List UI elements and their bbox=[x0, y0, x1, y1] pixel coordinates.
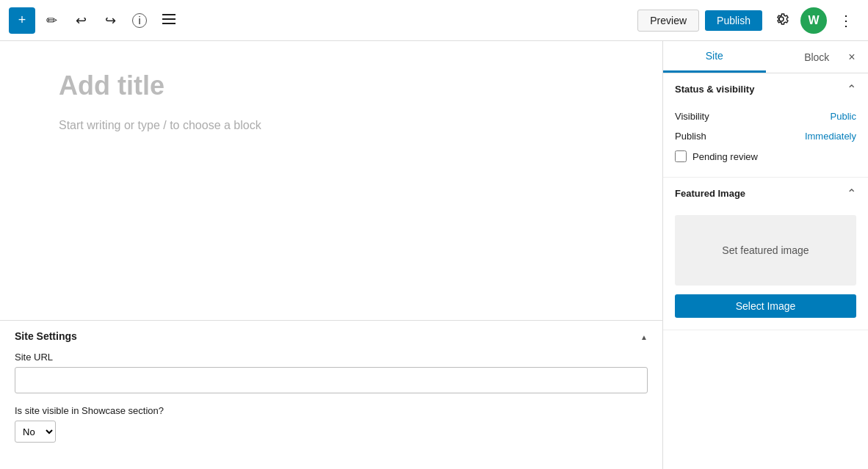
site-url-group: Site URL bbox=[15, 352, 648, 393]
info-button[interactable]: i bbox=[126, 7, 153, 34]
more-options-button[interactable]: ⋮ bbox=[833, 7, 859, 34]
pending-review-checkbox[interactable] bbox=[675, 150, 687, 162]
tools-button[interactable]: ✏ bbox=[38, 7, 65, 34]
toolbar: + ✏ ↩ ↪ i Preview Publish W ⋮ bbox=[0, 0, 868, 41]
site-settings-title: Site Settings bbox=[15, 330, 77, 342]
showcase-group: Is site visible in Showcase section? No … bbox=[15, 405, 648, 443]
pencil-icon: ✏ bbox=[46, 12, 57, 29]
editor-area[interactable]: Add title Start writing or type / to cho… bbox=[0, 41, 662, 161]
featured-image-collapse-icon: ⌃ bbox=[847, 186, 856, 200]
site-settings-header[interactable]: Site Settings bbox=[15, 330, 648, 343]
featured-image-body: Set featured image Select Image bbox=[663, 209, 868, 330]
svg-rect-1 bbox=[162, 18, 176, 20]
showcase-label: Is site visible in Showcase section? bbox=[15, 405, 648, 416]
site-url-label: Site URL bbox=[15, 352, 648, 363]
plus-icon: + bbox=[18, 12, 26, 28]
info-icon: i bbox=[132, 13, 147, 28]
site-url-input[interactable] bbox=[15, 367, 648, 393]
preview-button[interactable]: Preview bbox=[637, 10, 699, 32]
showcase-select[interactable]: No Yes bbox=[15, 421, 56, 443]
status-collapse-icon: ⌃ bbox=[847, 82, 856, 96]
wp-icon: W bbox=[800, 7, 827, 34]
visibility-value[interactable]: Public bbox=[831, 111, 856, 122]
svg-rect-2 bbox=[162, 23, 176, 24]
tab-site[interactable]: Site bbox=[663, 41, 766, 73]
set-featured-image-text: Set featured image bbox=[722, 244, 809, 256]
sidebar-tabs: Site Block × bbox=[663, 41, 868, 73]
more-icon: ⋮ bbox=[839, 12, 853, 29]
undo-button[interactable]: ↩ bbox=[68, 7, 94, 34]
svg-rect-0 bbox=[162, 14, 176, 15]
close-icon: × bbox=[848, 51, 855, 64]
publish-value[interactable]: Immediately bbox=[805, 131, 856, 142]
sidebar: Site Block × Status & visibility ⌃ Visib… bbox=[662, 41, 868, 469]
list-view-button[interactable] bbox=[156, 7, 182, 34]
publish-row: Publish Immediately bbox=[675, 131, 856, 142]
status-visibility-section: Status & visibility ⌃ Visibility Public … bbox=[663, 73, 868, 178]
toolbar-right: Preview Publish W ⋮ bbox=[637, 7, 859, 34]
main-layout: Add title Start writing or type / to cho… bbox=[0, 41, 868, 469]
visibility-row: Visibility Public bbox=[675, 111, 856, 122]
publish-button[interactable]: Publish bbox=[705, 10, 762, 31]
featured-image-section: Featured Image ⌃ Set featured image Sele… bbox=[663, 178, 868, 330]
status-visibility-header[interactable]: Status & visibility ⌃ bbox=[663, 73, 868, 105]
undo-icon: ↩ bbox=[76, 12, 87, 29]
editor-main: Add title Start writing or type / to cho… bbox=[0, 41, 662, 320]
pending-review-row: Pending review bbox=[675, 150, 856, 162]
gear-icon bbox=[774, 12, 789, 29]
site-settings-collapse-icon bbox=[640, 330, 648, 343]
settings-button[interactable] bbox=[768, 7, 795, 34]
status-visibility-title: Status & visibility bbox=[675, 84, 754, 95]
status-visibility-body: Visibility Public Publish Immediately Pe… bbox=[663, 105, 868, 177]
editor-column: Add title Start writing or type / to cho… bbox=[0, 41, 662, 469]
redo-button[interactable]: ↪ bbox=[97, 7, 123, 34]
pending-review-label: Pending review bbox=[692, 151, 758, 162]
sidebar-content: Status & visibility ⌃ Visibility Public … bbox=[663, 73, 868, 469]
add-block-button[interactable]: + bbox=[9, 7, 35, 34]
editor-body-placeholder[interactable]: Start writing or type / to choose a bloc… bbox=[59, 119, 604, 132]
sidebar-close-button[interactable]: × bbox=[842, 47, 862, 68]
site-settings-panel: Site Settings Site URL Is site visible i… bbox=[0, 320, 662, 469]
editor-title[interactable]: Add title bbox=[59, 70, 604, 101]
publish-label: Publish bbox=[675, 131, 706, 142]
featured-image-placeholder[interactable]: Set featured image bbox=[675, 215, 856, 286]
featured-image-title: Featured Image bbox=[675, 188, 745, 199]
visibility-label: Visibility bbox=[675, 111, 709, 122]
site-settings-body: Site URL Is site visible in Showcase sec… bbox=[15, 352, 648, 460]
featured-image-header[interactable]: Featured Image ⌃ bbox=[663, 178, 868, 209]
redo-icon: ↪ bbox=[105, 12, 116, 29]
list-icon bbox=[162, 12, 176, 28]
select-image-button[interactable]: Select Image bbox=[675, 294, 856, 318]
